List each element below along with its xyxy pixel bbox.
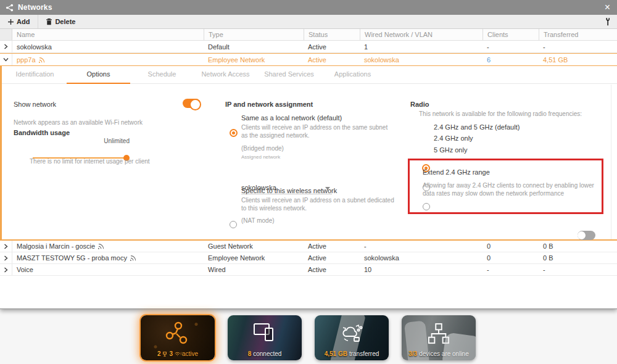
tile-networks-active[interactable]: 2 3 active (141, 315, 215, 360)
close-icon[interactable]: × (603, 2, 611, 12)
bandwidth-value: Unlimited (91, 138, 130, 144)
tab-applications[interactable]: Applications (321, 66, 384, 84)
network-detail-panel: Identification Options Schedule Network … (0, 66, 617, 241)
tile-clients-connected[interactable]: 8 connected (228, 315, 302, 360)
row-expander[interactable] (0, 264, 12, 275)
radio-specific-wireless-description: Clients will receive an IP address on a … (241, 196, 395, 212)
tab-network-access[interactable]: Network Access (194, 66, 257, 84)
transferred-amount: 4,51 GB (325, 350, 347, 357)
add-button[interactable]: Add (0, 15, 38, 28)
cloud-share-icon (339, 323, 364, 346)
cell-transferred: 0 B (539, 254, 617, 262)
toolbar: Add Delete (0, 15, 617, 29)
extend-range-label: Extend 2.4 GHz range (423, 168, 490, 176)
show-network-description: Network appears as an available Wi-Fi ne… (14, 118, 143, 126)
wireless-count: 3 (169, 350, 173, 357)
networks-dialog: Networks × Add Delete Name Type Status W… (0, 0, 617, 309)
row-expander[interactable] (0, 41, 12, 52)
cell-type: Employee Network (204, 254, 304, 262)
cell-type: Employee Network (204, 56, 304, 64)
cell-vlan: - (360, 242, 482, 250)
cell-transferred: 0 B (539, 242, 617, 250)
cell-status: Active (304, 266, 360, 273)
topology-icon (427, 323, 450, 347)
row-collapser[interactable] (0, 54, 12, 65)
radio-section-title: Radio (410, 101, 429, 108)
radio-24-only-label: 2.4 GHz only (434, 134, 473, 142)
cell-name: sokolowska (12, 43, 204, 51)
plus-icon (8, 19, 14, 25)
ip-assignment-title: IP and network assignment (225, 101, 313, 108)
chevron-right-icon (4, 44, 8, 49)
screen-mirroring-icon (253, 323, 276, 345)
detail-tabs: Identification Options Schedule Network … (2, 66, 617, 84)
trash-icon (46, 19, 52, 25)
tab-shared-services[interactable]: Shared Services (257, 66, 321, 84)
table-row[interactable]: Voice Wired Active 10 - - (0, 264, 617, 276)
expander-column-header (0, 29, 12, 40)
row-expander[interactable] (0, 252, 12, 263)
column-header-clients[interactable]: Clients (482, 29, 539, 40)
column-header-type[interactable]: Type (204, 29, 304, 40)
cell-name: Malgosia i Marcin - goscie (12, 242, 204, 250)
tile-devices-online[interactable]: 3/3 devices are online (402, 315, 476, 360)
cell-vlan: 1 (360, 43, 482, 51)
table-row[interactable]: MASZT TESTOWY 5G - proba mocy Employee N… (0, 252, 617, 264)
chevron-right-icon (4, 267, 8, 273)
radio-same-as-local-description: Clients will receive an IP address on th… (241, 123, 395, 139)
assigned-network-label: Assigned network (241, 154, 280, 160)
bandwidth-description: There is no limit for internet usage per… (30, 157, 150, 165)
network-graph-icon (165, 321, 191, 348)
column-header-status[interactable]: Status (304, 29, 360, 40)
radio-specific-wireless-label: Specific to this wireless network (241, 187, 337, 194)
wifi-network-icon (98, 243, 104, 249)
radio-same-as-local-label: Same as a local network (default) (241, 114, 342, 122)
column-header-vlan[interactable]: Wired Network / VLAN (360, 29, 482, 40)
cell-name: MASZT TESTOWY 5G - proba mocy (12, 254, 204, 262)
wired-count: 2 (157, 350, 161, 357)
radio-5-only-label: 5 GHz only (434, 146, 467, 154)
table-row[interactable]: Malgosia i Marcin - goscie Guest Network… (0, 241, 617, 252)
dialog-title: Networks (18, 3, 52, 12)
delete-button[interactable]: Delete (38, 15, 83, 28)
tab-identification[interactable]: Identification (3, 66, 67, 84)
column-settings-button[interactable] (599, 15, 617, 28)
table-header: Name Type Status Wired Network / VLAN Cl… (0, 29, 617, 41)
cell-transferred: - (539, 266, 617, 273)
tab-options[interactable]: Options (67, 66, 130, 84)
connected-count: 8 (248, 350, 252, 357)
bandwidth-title: Bandwidth usage (14, 129, 70, 136)
cell-vlan: 10 (360, 266, 482, 273)
cell-clients: - (482, 43, 539, 51)
tile-data-transferred[interactable]: 4,51 GB transferred (315, 315, 389, 360)
radio-same-as-local[interactable] (230, 129, 238, 137)
row-expander[interactable] (0, 241, 12, 252)
tile-label: devices are online (419, 350, 469, 357)
column-header-name[interactable]: Name (12, 31, 204, 38)
radio-specific-wireless[interactable] (230, 221, 237, 228)
radio-section-description: This network is available for the follow… (419, 110, 582, 118)
cell-status: Active (304, 43, 360, 51)
devices-online-count: 3/3 (408, 350, 417, 357)
chevron-down-icon (3, 57, 9, 62)
show-network-label: Show network (14, 101, 56, 108)
wifi-network-icon (130, 255, 136, 261)
wrench-icon (605, 18, 611, 26)
cell-transferred: 4,51 GB (539, 56, 617, 64)
table-row-selected[interactable]: ppp7a Employee Network Active sokolowska… (0, 53, 617, 66)
extend-range-toggle[interactable] (578, 231, 595, 240)
tab-schedule[interactable]: Schedule (130, 66, 194, 84)
tile-label: transferred (349, 350, 379, 357)
table-row[interactable]: sokolowska Default Active 1 - - (0, 41, 617, 53)
cell-clients: 0 (482, 254, 539, 262)
cell-vlan: sokolowska (360, 254, 482, 262)
cell-clients-link[interactable]: 6 (482, 56, 539, 64)
cell-status: Active (304, 242, 360, 250)
title-bar: Networks × (0, 0, 617, 15)
cell-type: Default (204, 43, 304, 51)
cell-type: Guest Network (204, 242, 304, 250)
column-header-transferred[interactable]: Transferred (539, 29, 617, 40)
chevron-right-icon (4, 244, 8, 249)
cell-type: Wired (204, 266, 304, 273)
show-network-toggle[interactable] (183, 99, 201, 108)
